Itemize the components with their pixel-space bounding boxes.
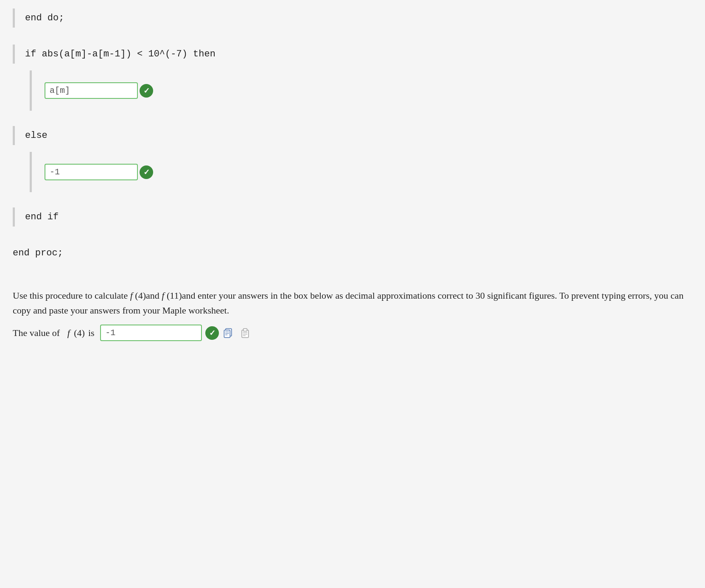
end-if-section: end if (13, 207, 692, 227)
copy-button[interactable] (221, 325, 236, 341)
if-code-line: if abs(a[m]-a[m-1]) < 10^(-7) then (25, 49, 682, 59)
description-text: Use this procedure to calculate f (4)and… (13, 288, 692, 318)
then-answer-wrapper (45, 82, 680, 99)
else-answer-input[interactable] (45, 164, 138, 180)
end-do-code: end do; (25, 13, 682, 23)
then-check-icon (140, 84, 153, 98)
space (63, 328, 66, 339)
else-section: else (13, 126, 692, 145)
f4-check-icon (205, 326, 219, 340)
page-container: end do; if abs(a[m]-a[m-1]) < 10^(-7) th… (13, 8, 692, 341)
svg-rect-1 (224, 330, 230, 338)
end-do-section: end do; (13, 8, 692, 28)
then-block (30, 70, 692, 111)
if-line-section: if abs(a[m]-a[m-1]) < 10^(-7) then (13, 45, 692, 64)
then-answer-input[interactable] (45, 82, 138, 99)
space2 (96, 328, 99, 339)
f-symbol: f (67, 328, 70, 339)
f4-math: f (130, 290, 133, 301)
f4-arg: (4) (72, 328, 85, 339)
end-if-code-line: end if (25, 212, 682, 222)
else-check-icon (140, 165, 153, 179)
value-line: The value of f (4) is (13, 325, 692, 341)
else-answer-wrapper (45, 164, 680, 180)
value-label: The value of (13, 328, 60, 339)
paste-button[interactable] (238, 325, 253, 341)
paste-icon (239, 327, 251, 339)
else-code-line: else (25, 130, 682, 141)
copy-icon (222, 327, 234, 339)
end-proc-code: end proc; (13, 248, 692, 258)
f11-math: f (162, 290, 164, 301)
end-proc-section: end proc; (13, 244, 692, 263)
svg-rect-6 (243, 328, 247, 331)
description-content: Use this procedure to calculate f (4)and… (13, 290, 683, 316)
else-block (30, 152, 692, 192)
is-word: is (88, 328, 95, 339)
f4-answer-input[interactable] (100, 325, 202, 341)
